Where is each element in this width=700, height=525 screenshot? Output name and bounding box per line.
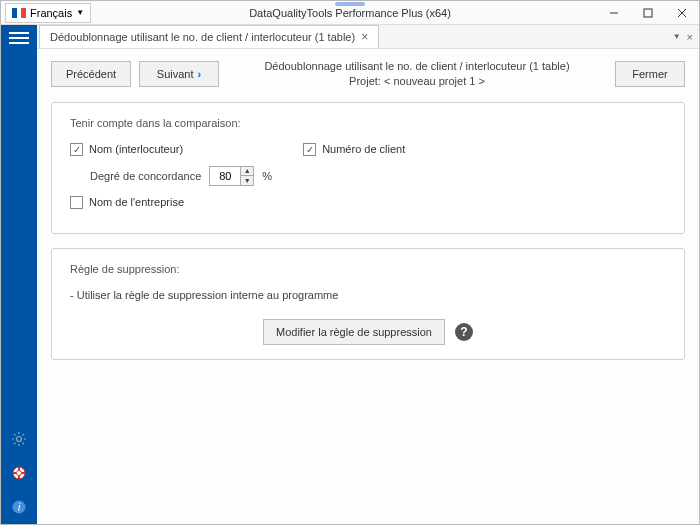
prev-button[interactable]: Précédent <box>51 61 131 87</box>
header-line1: Dédoublonnage utilisant le no. de client… <box>227 59 607 74</box>
percent-label: % <box>262 170 272 182</box>
close-window-button[interactable] <box>665 2 699 24</box>
app-title: DataQualityTools Performance Plus (x64) <box>249 7 451 19</box>
menu-icon[interactable] <box>9 29 29 45</box>
nav-row: Précédent Suivant › Dédoublonnage utilis… <box>51 59 685 90</box>
flag-icon <box>12 8 26 18</box>
checkbox-clientno-label: Numéro de client <box>322 143 405 155</box>
modify-rule-button[interactable]: Modifier la règle de suppression <box>263 319 445 345</box>
degree-input[interactable] <box>210 167 240 185</box>
degree-spinner[interactable]: ▲ ▼ <box>209 166 254 186</box>
tab-close-all-icon[interactable]: × <box>687 31 693 43</box>
chevron-down-icon: ▼ <box>76 8 84 17</box>
checkbox-name[interactable]: ✓ Nom (interlocuteur) <box>70 143 183 156</box>
chevron-right-icon: › <box>198 68 202 80</box>
next-label: Suivant <box>157 68 194 80</box>
next-button[interactable]: Suivant › <box>139 61 219 87</box>
spin-down-icon[interactable]: ▼ <box>241 176 253 185</box>
tab-label: Dédoublonnage utilisant le no. de client… <box>50 31 355 43</box>
checkbox-icon: ✓ <box>70 143 83 156</box>
tab-right-controls: ▼ × <box>673 31 699 43</box>
checkbox-clientno[interactable]: ✓ Numéro de client <box>303 143 405 156</box>
window-buttons <box>597 2 699 24</box>
info-icon[interactable]: i <box>10 498 28 516</box>
svg-point-4 <box>17 437 22 442</box>
degree-row: Degré de concordance ▲ ▼ % <box>90 166 666 186</box>
maximize-button[interactable] <box>631 2 665 24</box>
workspace: i Dédoublonnage utilisant le no. de clie… <box>1 25 699 524</box>
close-tab-icon[interactable]: × <box>361 30 368 44</box>
language-label: Français <box>30 7 72 19</box>
checkbox-name-label: Nom (interlocuteur) <box>89 143 183 155</box>
svg-rect-1 <box>644 9 652 17</box>
header-info: Dédoublonnage utilisant le no. de client… <box>227 59 607 90</box>
rule-panel: Règle de suppression: - Utiliser la règl… <box>51 248 685 360</box>
spin-up-icon[interactable]: ▲ <box>241 167 253 176</box>
close-button[interactable]: Fermer <box>615 61 685 87</box>
content: Précédent Suivant › Dédoublonnage utilis… <box>37 49 699 524</box>
sidebar: i <box>1 25 37 524</box>
minimize-button[interactable] <box>597 2 631 24</box>
compare-panel: Tenir compte dans la comparaison: ✓ Nom … <box>51 102 685 234</box>
header-line2: Projet: < nouveau projet 1 > <box>227 74 607 89</box>
gear-icon[interactable] <box>10 430 28 448</box>
rule-text: - Utiliser la règle de suppression inter… <box>70 289 666 301</box>
titlebar: Français ▼ DataQualityTools Performance … <box>1 1 699 25</box>
rule-button-row: Modifier la règle de suppression ? <box>70 319 666 345</box>
rule-panel-title: Règle de suppression: <box>70 263 666 275</box>
compare-panel-title: Tenir compte dans la comparaison: <box>70 117 666 129</box>
checkbox-company-label: Nom de l'entreprise <box>89 196 184 208</box>
svg-point-6 <box>17 471 22 476</box>
tabbar: Dédoublonnage utilisant le no. de client… <box>37 25 699 49</box>
checkbox-icon: ✓ <box>303 143 316 156</box>
lifebuoy-icon[interactable] <box>10 464 28 482</box>
main-area: Dédoublonnage utilisant le no. de client… <box>37 25 699 524</box>
degree-label: Degré de concordance <box>90 170 201 182</box>
checkbox-icon <box>70 196 83 209</box>
checkbox-company[interactable]: Nom de l'entreprise <box>70 196 184 209</box>
tab-menu-chevron-icon[interactable]: ▼ <box>673 32 681 41</box>
tab-dedup[interactable]: Dédoublonnage utilisant le no. de client… <box>39 25 379 48</box>
language-select[interactable]: Français ▼ <box>5 3 91 23</box>
title-drag-handle[interactable] <box>335 2 365 6</box>
help-icon[interactable]: ? <box>455 323 473 341</box>
